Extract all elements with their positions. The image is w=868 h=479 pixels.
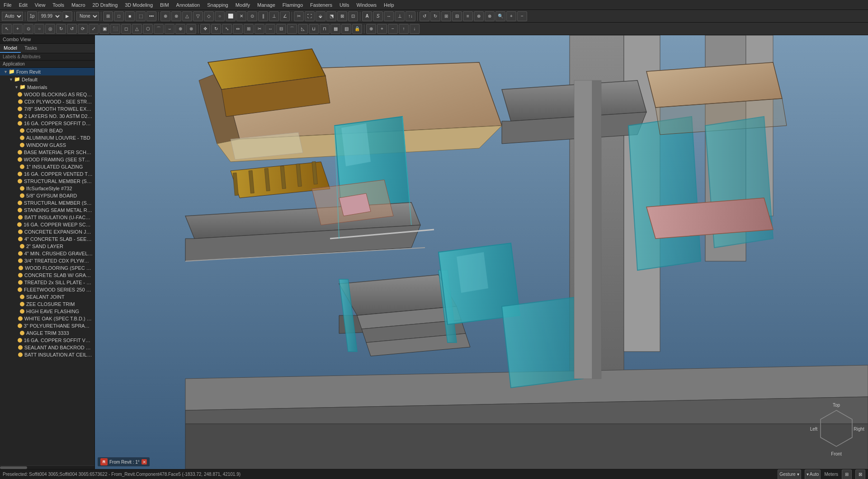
auto-dropdown[interactable]: Auto <box>2 12 23 21</box>
toolbar-snap-btn-2[interactable]: ⊗ <box>171 11 181 21</box>
toolbar2-btn-18[interactable]: ⊗ <box>186 24 196 34</box>
tree-item[interactable]: CDX PLYWOOD - SEE STRUCTU <box>0 98 94 105</box>
tree-item[interactable]: 16 GA. COPPER WEEP SCREED V <box>0 221 94 228</box>
toolbar2-btn-5[interactable]: ◎ <box>45 24 55 34</box>
toolbar-snap-btn-4[interactable]: ▽ <box>193 11 203 21</box>
toolbar2-btn-16[interactable]: ⌣ <box>165 24 175 34</box>
toolbar-redo[interactable]: ↻ <box>430 11 440 21</box>
toolbar2-btn-14[interactable]: ⬡ <box>143 24 153 34</box>
toolbar-snap-btn-6[interactable]: ○ <box>215 11 225 21</box>
toolbar2-btn-8[interactable]: ⟳ <box>78 24 88 34</box>
viewport[interactable]: Top Front Left Right R From Revit : 1° ✕ <box>95 35 868 469</box>
tree-item[interactable]: SEALANT JOINT <box>0 293 94 301</box>
toolbar-wire-btn[interactable]: ⬚ <box>136 11 146 21</box>
toolbar2-explode[interactable]: ⊓ <box>320 24 330 34</box>
toolbar-snap-btn-10[interactable]: ∥ <box>258 11 268 21</box>
toolbar2-array[interactable]: ⊞ <box>244 24 254 34</box>
tree-item[interactable]: WOOD FRAMING (SEE STRUCT D <box>0 156 94 163</box>
tree-item[interactable]: WHITE OAK (SPEC T.B.D.) OVER <box>0 315 94 322</box>
menu-item-flamingo[interactable]: Flamingo <box>279 1 307 9</box>
panel-scrollbar-thumb[interactable] <box>0 466 27 469</box>
toolbar2-trim[interactable]: ✂ <box>255 24 264 34</box>
toolbar-text-A[interactable]: A <box>362 11 372 21</box>
tree-item[interactable]: CONCRETE SLAB W/ GRADE BE <box>0 272 94 279</box>
tree-item[interactable]: CONCRETE EXPANSION JOINT - <box>0 228 94 235</box>
toolbar-snap-btn-1[interactable]: ⊕ <box>160 11 170 21</box>
tree-item[interactable]: 3" POLYURETHANE SPRAY FOAM <box>0 322 94 329</box>
toolbar-snap-btn-9[interactable]: ⊙ <box>247 11 257 21</box>
tree-item[interactable]: 2" SAND LAYER <box>0 243 94 250</box>
toolbar2-btn-7[interactable]: ↺ <box>67 24 77 34</box>
tree-item[interactable]: ▼📁From Revit <box>0 68 94 75</box>
toolbar2-chamfer[interactable]: ◺ <box>298 24 308 34</box>
tree-item[interactable]: STANDING SEAM METAL ROOF F <box>0 207 94 214</box>
toolbar2-btn-3[interactable]: ⊙ <box>24 24 33 34</box>
toolbar2-group[interactable]: ▦ <box>330 24 340 34</box>
tree-item[interactable]: HIGH EAVE FLASHING <box>0 308 94 315</box>
tree-item[interactable]: 1" INSULATED GLAZING <box>0 163 94 170</box>
tree-item[interactable]: WOOD BLOCKING AS REQUIRED <box>0 91 94 98</box>
toolbar2-btn-17[interactable]: ⊕ <box>175 24 185 34</box>
menu-item-2d[interactable]: 2D Drafting <box>89 1 122 9</box>
toolbar-undo[interactable]: ↺ <box>420 11 429 21</box>
status-auto-dropdown[interactable]: ▾ Auto <box>805 470 821 479</box>
toolbar2-ungroup[interactable]: ▧ <box>341 24 351 34</box>
toolbar-extra-6[interactable]: + <box>506 11 516 21</box>
tree-item[interactable]: 3/4" TREATED CDX PLYWOOD O <box>0 257 94 264</box>
toolbar2-view4[interactable]: ↑ <box>399 24 409 34</box>
toolbar-snap-btn-12[interactable]: ∠ <box>280 11 290 21</box>
tree-item[interactable]: 16 GA. COPPER VENTED T REVE <box>0 170 94 178</box>
panel-scrollbar[interactable] <box>0 465 94 469</box>
toolbar-snap-btn-5[interactable]: ◇ <box>204 11 214 21</box>
toolbar2-fillet[interactable]: ⌒ <box>287 24 297 34</box>
menu-item-3d[interactable]: 3D Modeling <box>121 1 156 9</box>
toolbar-snap-btn-7[interactable]: ⬜ <box>226 11 236 21</box>
toolbar-extra-5[interactable]: ⊗ <box>485 11 495 21</box>
toolbar2-btn-9[interactable]: ⤢ <box>89 24 99 34</box>
menu-item-modify[interactable]: Modify <box>232 1 254 9</box>
none-dropdown[interactable]: None <box>76 12 99 21</box>
toolbar-btn-1p[interactable]: 1p <box>27 11 37 21</box>
menu-item-manage[interactable]: Manage <box>254 1 279 9</box>
tree-item[interactable]: STRUCTURAL MEMBER (SEE STI <box>0 178 94 185</box>
tree-container[interactable]: ▼📁From Revit▼📁Default▼📁MaterialsWOOD BLO… <box>0 68 94 465</box>
tree-item[interactable]: WOOD FLOORING (SPEC TBD) <box>0 264 94 272</box>
tree-item[interactable]: ANGLE TRIM 3333 <box>0 329 94 337</box>
toolbar2-offset[interactable]: ⊟ <box>276 24 286 34</box>
menu-item-help[interactable]: Help <box>380 1 398 9</box>
menu-item-fasteners[interactable]: Fasteners <box>307 1 336 9</box>
toolbar2-view1[interactable]: ⊕ <box>366 24 376 34</box>
toolbar-modify-btn-6[interactable]: ⊡ <box>348 11 358 21</box>
toolbar2-btn-12[interactable]: ◻ <box>121 24 131 34</box>
toolbar-dim-btn[interactable]: ↔ <box>384 11 394 21</box>
toolbar2-btn-13[interactable]: △ <box>132 24 142 34</box>
toolbar-snap-btn-8[interactable]: ✕ <box>236 11 246 21</box>
menu-item-bim[interactable]: BIM <box>156 1 173 9</box>
tab-model[interactable]: Model <box>0 44 21 53</box>
tab-tasks[interactable]: Tasks <box>21 44 41 53</box>
toolbar2-btn-15[interactable]: ⌒ <box>154 24 164 34</box>
toolbar2-view5[interactable]: ↓ <box>410 24 420 34</box>
toolbar-snap-btn-3[interactable]: △ <box>182 11 192 21</box>
tree-item[interactable]: CORNER BEAD <box>0 127 94 134</box>
toolbar-dot-btn[interactable]: ••• <box>146 11 156 21</box>
menu-item-view[interactable]: View <box>31 1 49 9</box>
toolbar-modify-btn-3[interactable]: ⬙ <box>316 11 326 21</box>
toolbar2-move[interactable]: ✥ <box>200 24 210 34</box>
toolbar-arrow-up[interactable]: ↑↓ <box>406 11 415 21</box>
menu-item-annotation[interactable]: Annotation <box>173 1 204 9</box>
toolbar-modify-btn-2[interactable]: ⛶ <box>305 11 315 21</box>
toolbar-extra-3[interactable]: ≡ <box>463 11 473 21</box>
tree-item[interactable]: ▼📁Default <box>0 75 94 83</box>
menu-item-tools[interactable]: Tools <box>49 1 68 9</box>
toolbar-modify-btn-1[interactable]: ✂ <box>294 11 304 21</box>
tree-item[interactable]: 16 GA. COPPER SOFFIT DRIP SC <box>0 120 94 127</box>
tree-item[interactable]: ▼📁Materials <box>0 83 94 91</box>
tree-item[interactable]: FLEETWOOD SERIES 250 (SEE E <box>0 286 94 293</box>
tree-item[interactable]: IfcSurfaceStyle #732 <box>0 185 94 192</box>
menu-item-edit[interactable]: Edit <box>15 1 31 9</box>
toolbar2-cursor[interactable]: ↖ <box>2 24 12 34</box>
toolbar-modify-btn-5[interactable]: ⊠ <box>337 11 347 21</box>
gesture-dropdown[interactable]: Gesture ▾ <box>778 470 801 479</box>
tree-item[interactable]: ZEE CLOSURE TRIM <box>0 301 94 308</box>
